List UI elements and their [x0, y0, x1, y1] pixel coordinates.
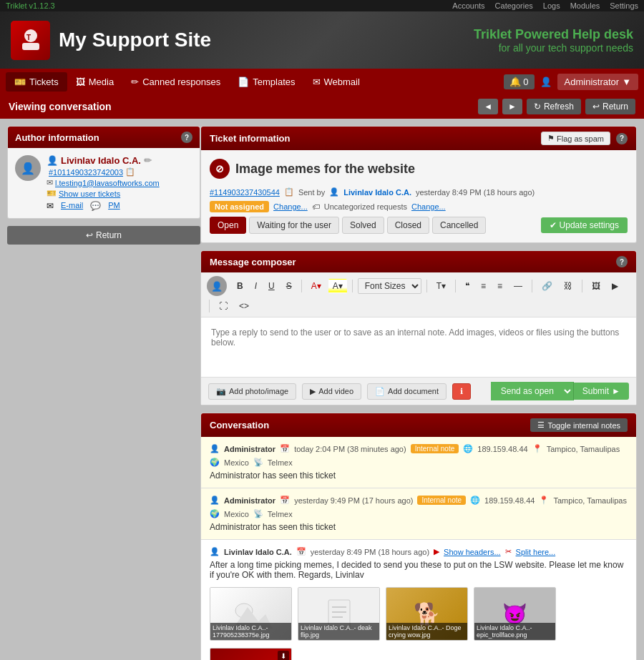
image-thumb-4[interactable]: 😈 Livinlav Idalo C.A..- epic_trollface.p…: [474, 587, 556, 641]
nav-tickets[interactable]: 🎫 Tickets: [6, 72, 67, 92]
copy-icon[interactable]: 📋: [125, 167, 135, 177]
italic-button[interactable]: I: [250, 279, 261, 293]
font-size-button[interactable]: T▾: [432, 279, 450, 293]
left-panel: Author information ? 👤 👤 Livinlav Idalo …: [7, 126, 200, 660]
source-button[interactable]: <>: [235, 299, 253, 313]
nav-media[interactable]: 🖼 Media: [67, 72, 122, 92]
quote-button[interactable]: ❝: [461, 279, 474, 293]
ticket-assignment-meta: Not assigned Change... 🏷 Uncategorized r…: [210, 201, 628, 212]
status-open[interactable]: Open: [210, 217, 246, 234]
ticket-sender[interactable]: Livinlav Idalo C.A.: [343, 188, 411, 197]
admin-user-icon: 👤: [540, 77, 552, 87]
list-ul-button[interactable]: ≡: [477, 279, 490, 293]
isp-icon-2: 📡: [253, 509, 263, 518]
list-ol-button[interactable]: ≡: [493, 279, 507, 293]
accounts-link[interactable]: Accounts: [452, 1, 484, 10]
ticket-title-icon: ⊘: [210, 159, 230, 179]
image-button[interactable]: 🖼: [587, 279, 605, 293]
copy-ticket-icon[interactable]: 📋: [284, 187, 294, 197]
conversation-section: Conversation ☰ Toggle internal notes 👤 A…: [200, 413, 637, 660]
add-document-button[interactable]: 📄 Add document: [367, 383, 447, 400]
nav-templates[interactable]: 📄 Templates: [229, 72, 303, 92]
author-help-icon[interactable]: ?: [181, 132, 192, 143]
unlink-button[interactable]: ⛓: [560, 279, 577, 293]
font-size-select[interactable]: Font Sizes: [358, 278, 421, 294]
split-here-link[interactable]: Split here...: [516, 548, 556, 556]
underline-button[interactable]: U: [264, 279, 279, 293]
edit-author-icon[interactable]: ✏: [144, 155, 152, 166]
info-button[interactable]: ℹ: [452, 383, 471, 400]
add-video-button[interactable]: ▶ Add video: [302, 383, 361, 400]
modules-link[interactable]: Modules: [570, 1, 600, 10]
author-email-row: ✉ l.testing1@lavasoftworks.com: [47, 178, 192, 187]
note-badge-1: Internal note: [411, 444, 459, 453]
clock-icon-1: 📅: [280, 444, 290, 453]
image-thumb-3[interactable]: 🐕 Livinlav Idalo C.A..- Doge crying wow.…: [386, 587, 468, 641]
main-layout: Author information ? 👤 👤 Livinlav Idalo …: [0, 119, 644, 660]
download-thumb-icon[interactable]: ⬇: [278, 651, 289, 660]
pm-action-link[interactable]: PM: [108, 201, 120, 211]
refresh-button[interactable]: ↻ Refresh: [527, 99, 581, 114]
image-thumb-2[interactable]: Livinlav Idalo C.A..- deak flip.jpg: [298, 587, 380, 641]
prev-button[interactable]: ◄: [478, 99, 498, 114]
return-button-top[interactable]: ↩ Return: [585, 99, 635, 114]
media-button[interactable]: ▶: [608, 279, 623, 293]
image-thumb-5[interactable]: 🤡 ⬇ Livinlav Idalo C.A..- maximum-trolli…: [210, 648, 292, 660]
pm-link: 💬: [90, 201, 101, 211]
add-photo-button[interactable]: 📷 Add photo/image: [208, 383, 296, 400]
status-solved[interactable]: Solved: [342, 217, 384, 234]
hr-button[interactable]: —: [509, 279, 527, 293]
link-button[interactable]: 🔗: [537, 279, 557, 293]
admin-icon-1: 👤: [210, 444, 220, 453]
image-thumb-1[interactable]: Livinlav Idalo C.A..- 177905238375e.jpg: [210, 587, 292, 641]
composer-avatar: 👤: [207, 276, 227, 296]
submit-arrow-icon: ►: [612, 386, 620, 396]
author-panel-body: 👤 👤 Livinlav Idalo C.A. ✏ #1011490323742…: [8, 148, 200, 218]
change-assignment-link[interactable]: Change...: [273, 202, 308, 211]
status-waiting[interactable]: Waiting for the user: [249, 217, 339, 234]
composer-help-icon[interactable]: ?: [616, 256, 628, 267]
author-email[interactable]: l.testing1@lavasoftworks.com: [55, 179, 160, 187]
categories-link[interactable]: Categories: [495, 1, 533, 10]
show-tickets-link[interactable]: Show user tickets: [59, 189, 120, 198]
admin-dropdown[interactable]: Administrator ▼: [557, 74, 638, 90]
font-color-button[interactable]: A▾: [307, 279, 326, 293]
toolbar-div3: [426, 280, 427, 292]
conv-meta-3: 👤 Livinlav Idalo C.A. 📅 yesterday 8:49 P…: [210, 547, 628, 556]
sender-3: Livinlav Idalo C.A.: [224, 548, 292, 556]
bg-color-button[interactable]: A▾: [328, 279, 347, 293]
composer-textarea[interactable]: [208, 325, 629, 368]
nav-canned[interactable]: ✏ Canned responses: [122, 72, 229, 92]
logs-link[interactable]: Logs: [543, 1, 560, 10]
return-button-left[interactable]: ↩ Return: [7, 226, 200, 245]
doc-icon: 📄: [375, 387, 385, 396]
status-cancelled[interactable]: Cancelled: [432, 217, 486, 234]
ticket-info-section: Ticket information ⚑ Flag as spam ? ⊘ Im…: [200, 126, 637, 243]
loc-icon-2: 📍: [539, 496, 549, 505]
show-headers-link[interactable]: Show headers...: [444, 548, 501, 556]
conversation-header: Conversation ☰ Toggle internal notes: [201, 413, 636, 437]
strikethrough-button[interactable]: S: [282, 279, 296, 293]
conv-body-1: Administrator has seen this ticket: [210, 471, 628, 481]
send-as-select[interactable]: Send as open: [491, 382, 574, 400]
user-id-link[interactable]: #1011490323742003: [49, 168, 123, 177]
ticket-help-icon[interactable]: ?: [616, 133, 628, 144]
bold-button[interactable]: B: [233, 279, 248, 293]
header: T My Support Site Triklet Powered Help d…: [0, 11, 644, 69]
envelope-icon: ✉: [47, 178, 53, 187]
flag-spam-button[interactable]: ⚑ Flag as spam: [541, 132, 610, 145]
next-button[interactable]: ►: [502, 99, 522, 114]
ticket-id[interactable]: #114903237430544: [210, 188, 280, 197]
submit-button[interactable]: Submit ►: [574, 383, 629, 400]
status-closed[interactable]: Closed: [387, 217, 429, 234]
toggle-notes-button[interactable]: ☰ Toggle internal notes: [530, 418, 628, 432]
settings-link[interactable]: Settings: [610, 1, 638, 10]
nav-webmail[interactable]: ✉ Webmail: [304, 72, 369, 92]
svg-text:T: T: [26, 34, 31, 41]
email-action-link[interactable]: E-mail: [61, 201, 83, 211]
fullscreen-button[interactable]: ⛶: [215, 299, 232, 313]
change-category-link[interactable]: Change...: [411, 202, 446, 211]
update-settings-button[interactable]: ✔ Update settings: [541, 217, 628, 233]
ticket-info-body: ⊘ Image memes for the website #114903237…: [201, 150, 636, 242]
author-panel-header: Author information ?: [8, 127, 200, 148]
